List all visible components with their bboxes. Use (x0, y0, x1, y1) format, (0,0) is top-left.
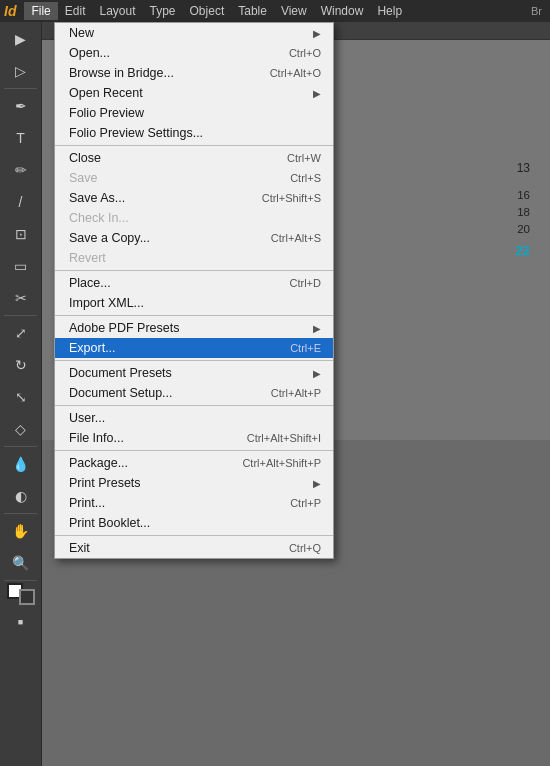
separator-4 (55, 360, 333, 361)
menu-layout[interactable]: Layout (92, 2, 142, 20)
file-dropdown: New ▶ Open... Ctrl+O Browse in Bridge...… (0, 22, 334, 559)
menu-item-save-a-copy[interactable]: Save a Copy... Ctrl+Alt+S (55, 228, 333, 248)
arrow-icon: ▶ (313, 478, 321, 489)
menu-table[interactable]: Table (231, 2, 274, 20)
menu-item-document-setup[interactable]: Document Setup... Ctrl+Alt+P (55, 383, 333, 403)
menu-item-exit[interactable]: Exit Ctrl+Q (55, 538, 333, 558)
menu-view[interactable]: View (274, 2, 314, 20)
file-menu: New ▶ Open... Ctrl+O Browse in Bridge...… (54, 22, 334, 559)
separator-1 (55, 145, 333, 146)
menu-item-export[interactable]: Export... Ctrl+E (55, 338, 333, 358)
separator-3 (55, 315, 333, 316)
menu-item-browse-in-bridge[interactable]: Browse in Bridge... Ctrl+Alt+O (55, 63, 333, 83)
separator-7 (55, 535, 333, 536)
menu-item-folio-preview-settings[interactable]: Folio Preview Settings... (55, 123, 333, 143)
menu-type[interactable]: Type (143, 2, 183, 20)
menu-item-new[interactable]: New ▶ (55, 23, 333, 43)
menu-item-place[interactable]: Place... Ctrl+D (55, 273, 333, 293)
menu-item-open-recent[interactable]: Open Recent ▶ (55, 83, 333, 103)
arrow-icon: ▶ (313, 28, 321, 39)
arrow-icon: ▶ (313, 323, 321, 334)
menu-item-print-presets[interactable]: Print Presets ▶ (55, 473, 333, 493)
menu-item-adobe-pdf-presets[interactable]: Adobe PDF Presets ▶ (55, 318, 333, 338)
menu-item-user[interactable]: User... (55, 408, 333, 428)
menu-item-check-in: Check In... (55, 208, 333, 228)
arrow-icon: ▶ (313, 368, 321, 379)
menu-file[interactable]: File (24, 2, 57, 20)
menu-item-revert: Revert (55, 248, 333, 268)
menu-item-save-as[interactable]: Save As... Ctrl+Shift+S (55, 188, 333, 208)
menu-item-document-presets[interactable]: Document Presets ▶ (55, 363, 333, 383)
separator-6 (55, 450, 333, 451)
menu-item-file-info[interactable]: File Info... Ctrl+Alt+Shift+I (55, 428, 333, 448)
menu-item-import-xml[interactable]: Import XML... (55, 293, 333, 313)
menu-window[interactable]: Window (314, 2, 371, 20)
tool-apply-color[interactable]: ■ (3, 607, 39, 637)
separator-2 (55, 270, 333, 271)
menu-item-print-booklet[interactable]: Print Booklet... (55, 513, 333, 533)
menu-item-package[interactable]: Package... Ctrl+Alt+Shift+P (55, 453, 333, 473)
menu-object[interactable]: Object (183, 2, 232, 20)
bridge-label: Br (531, 5, 546, 17)
arrow-icon: ▶ (313, 88, 321, 99)
menu-help[interactable]: Help (370, 2, 409, 20)
menu-bar: Id File Edit Layout Type Object Table Vi… (0, 0, 550, 22)
menu-item-close[interactable]: Close Ctrl+W (55, 148, 333, 168)
menu-item-folio-preview[interactable]: Folio Preview (55, 103, 333, 123)
separator-5 (55, 405, 333, 406)
menu-item-open[interactable]: Open... Ctrl+O (55, 43, 333, 63)
menu-edit[interactable]: Edit (58, 2, 93, 20)
app-logo: Id (4, 3, 16, 19)
menu-item-save: Save Ctrl+S (55, 168, 333, 188)
menu-item-print[interactable]: Print... Ctrl+P (55, 493, 333, 513)
